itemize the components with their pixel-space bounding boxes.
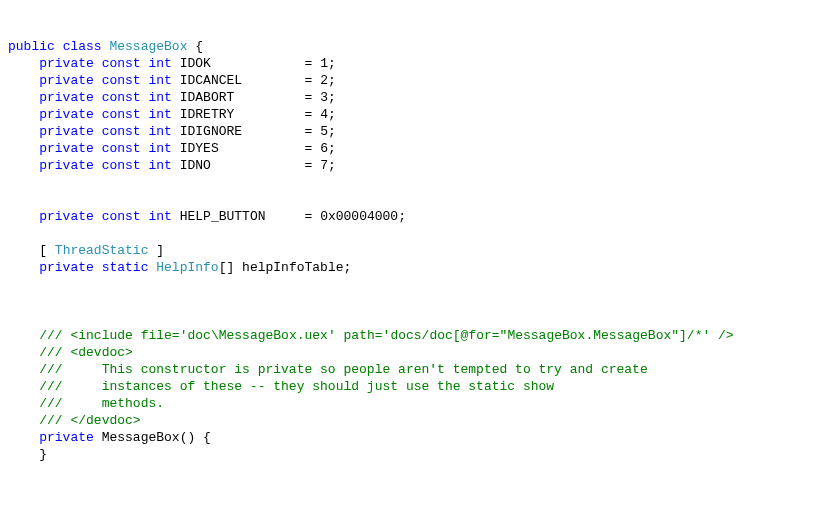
keyword-private: private — [39, 209, 94, 224]
keyword-private: private — [39, 158, 94, 173]
const-name: IDABORT — [180, 90, 235, 105]
keyword-private: private — [39, 73, 94, 88]
semicolon: ; — [328, 73, 336, 88]
doc-eq: = — [375, 328, 383, 343]
col-pad — [211, 56, 297, 71]
doc-include-prefix: /// < — [39, 328, 78, 343]
doc-eq: = — [172, 328, 180, 343]
keyword-class: class — [63, 39, 102, 54]
doc-space — [336, 328, 344, 343]
keyword-const: const — [102, 141, 141, 156]
keyword-int: int — [148, 107, 171, 122]
keyword-private: private — [39, 124, 94, 139]
type-messagebox: MessageBox — [109, 39, 187, 54]
doc-include-tag: include file — [78, 328, 172, 343]
semicolon: ; — [328, 56, 336, 71]
keyword-private: private — [39, 56, 94, 71]
semicolon: ; — [328, 124, 336, 139]
const-value: 7 — [320, 158, 328, 173]
equals: = — [297, 90, 320, 105]
const-name: HELP_BUTTON — [180, 209, 266, 224]
const-value: 3 — [320, 90, 328, 105]
equals: = — [297, 141, 320, 156]
equals: = — [297, 158, 320, 173]
attr-close: ] — [148, 243, 164, 258]
col-pad — [234, 90, 296, 105]
col-pad — [219, 141, 297, 156]
semicolon: ; — [328, 90, 336, 105]
keyword-int: int — [148, 90, 171, 105]
const-value: 1 — [320, 56, 328, 71]
keyword-int: int — [148, 209, 171, 224]
keyword-int: int — [148, 158, 171, 173]
keyword-private: private — [39, 141, 94, 156]
brace-open: { — [187, 39, 203, 54]
type-helpinfo: HelpInfo — [156, 260, 218, 275]
keyword-const: const — [102, 209, 141, 224]
keyword-const: const — [102, 158, 141, 173]
equals: = — [297, 56, 320, 71]
keyword-private: private — [39, 90, 94, 105]
keyword-int: int — [148, 124, 171, 139]
doc-quote: ' — [328, 328, 336, 343]
attr-threadstatic: ThreadStatic — [55, 243, 149, 258]
keyword-private: private — [39, 430, 94, 445]
semicolon: ; — [398, 209, 406, 224]
col-pad — [242, 124, 297, 139]
equals: = — [297, 107, 320, 122]
keyword-int: int — [148, 56, 171, 71]
keyword-const: const — [102, 73, 141, 88]
doc-devdoc-close: /// </devdoc> — [39, 413, 140, 428]
doc-line: /// instances of these -- they should ju… — [39, 379, 554, 394]
keyword-const: const — [102, 107, 141, 122]
equals: = — [297, 124, 320, 139]
const-value: 6 — [320, 141, 328, 156]
keyword-private: private — [39, 107, 94, 122]
const-name: IDOK — [180, 56, 211, 71]
const-value: 2 — [320, 73, 328, 88]
equals: = — [297, 73, 320, 88]
keyword-static: static — [102, 260, 149, 275]
keyword-int: int — [148, 141, 171, 156]
const-value: 0x00004000 — [320, 209, 398, 224]
brace-close: } — [39, 447, 47, 462]
col-pad — [211, 158, 297, 173]
semicolon: ; — [328, 158, 336, 173]
ctor-decl: MessageBox() { — [94, 430, 211, 445]
const-name: IDCANCEL — [180, 73, 242, 88]
col-pad — [266, 209, 297, 224]
const-name: IDRETRY — [180, 107, 235, 122]
field-decl: [] helpInfoTable; — [219, 260, 352, 275]
const-value: 4 — [320, 107, 328, 122]
const-name: IDYES — [180, 141, 219, 156]
doc-line: /// This constructor is private so peopl… — [39, 362, 648, 377]
doc-path-attr: path — [344, 328, 375, 343]
keyword-int: int — [148, 73, 171, 88]
equals: = — [297, 209, 320, 224]
doc-include-end: /> — [710, 328, 733, 343]
doc-xpath: docs/doc[@for="MessageBox.MessageBox"]/* — [390, 328, 702, 343]
semicolon: ; — [328, 141, 336, 156]
keyword-public: public — [8, 39, 55, 54]
const-name: IDNO — [180, 158, 211, 173]
keyword-const: const — [102, 90, 141, 105]
keyword-const: const — [102, 124, 141, 139]
doc-line: /// methods. — [39, 396, 164, 411]
const-name: IDIGNORE — [180, 124, 242, 139]
attr-open: [ — [39, 243, 55, 258]
code-block: public class MessageBox { private const … — [8, 38, 831, 463]
col-pad — [234, 107, 296, 122]
const-value: 5 — [320, 124, 328, 139]
keyword-const: const — [102, 56, 141, 71]
keyword-private: private — [39, 260, 94, 275]
semicolon: ; — [328, 107, 336, 122]
doc-devdoc-open: /// <devdoc> — [39, 345, 133, 360]
doc-file-path: doc\MessageBox.uex — [187, 328, 327, 343]
col-pad — [242, 73, 297, 88]
